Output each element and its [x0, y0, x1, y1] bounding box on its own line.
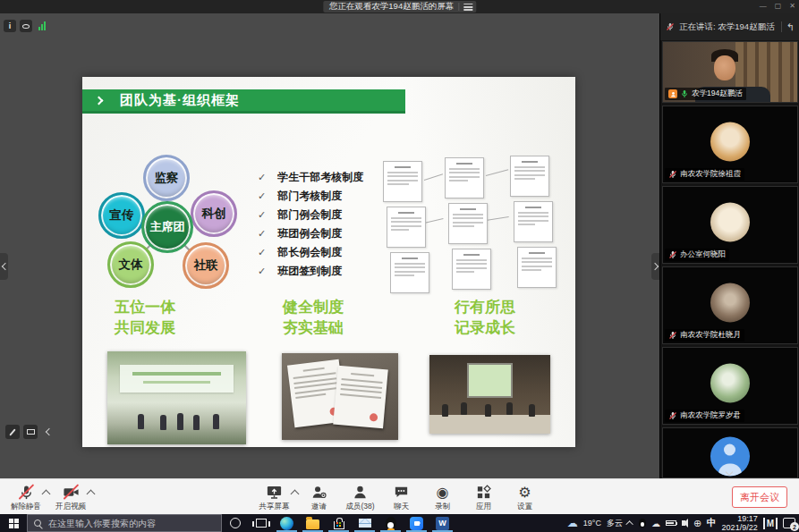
close-icon[interactable]: ✕	[789, 2, 795, 10]
search-input[interactable]	[47, 518, 215, 529]
checklist-item: ✓部长例会制度	[258, 243, 363, 262]
action-center-icon[interactable]: 2	[783, 518, 795, 528]
taskbar-clock[interactable]: 19:17 2021/9/22	[722, 514, 758, 532]
mic-muted-icon	[668, 170, 677, 179]
taskbar-app-edge[interactable]	[274, 514, 300, 532]
ime-indicator[interactable]: 中	[707, 517, 717, 529]
slide-title-banner: 团队为基·组织框架	[82, 89, 405, 114]
avatar	[710, 122, 750, 161]
participant-tile[interactable]: 南农农学院罗岁君	[662, 347, 798, 425]
avatar	[710, 283, 750, 322]
task-view-icon	[256, 519, 267, 528]
taskbar-app-qq[interactable]	[378, 514, 404, 532]
search-icon	[34, 519, 41, 527]
org-node-center: 主席团	[141, 201, 193, 253]
participant-tile[interactable]: 南农农学院杜晓月	[662, 266, 798, 344]
document-thumbnail	[383, 161, 422, 202]
info-icon[interactable]: i	[4, 20, 16, 32]
org-node-jiancha: 监察	[143, 155, 190, 201]
weather-cloud-icon[interactable]: ☁	[567, 517, 578, 529]
checklist-item: ✓部门例会制度	[258, 206, 363, 224]
record-button[interactable]: ◉ 录制	[422, 484, 463, 512]
collapse-right-handle[interactable]	[651, 253, 659, 280]
share-screen-button[interactable]: 共享屏幕	[254, 484, 295, 512]
taskbar-app-store[interactable]	[326, 514, 352, 532]
maximize-icon[interactable]: ▢	[775, 2, 782, 10]
taskbar-search[interactable]	[27, 514, 222, 532]
leave-meeting-button[interactable]: 离开会议	[732, 486, 787, 508]
viewer-banner-text: 您正在观看农学194赵鹏活的屏幕	[329, 1, 454, 13]
document-thumbnail	[514, 201, 553, 242]
meeting-app-window: 您正在观看农学194赵鹏活的屏幕 — ▢ ✕ i	[0, 0, 799, 532]
meeting-toolbar: 解除静音 开启视频 共享屏	[0, 478, 799, 514]
document-thumbnail	[452, 249, 491, 290]
viewer-banner: 您正在观看农学194赵鹏活的屏幕	[323, 1, 476, 13]
share-screen-icon	[266, 484, 283, 501]
annotation-pen-icon[interactable]	[5, 425, 20, 439]
participant-tile-video[interactable]: 农学194赵鹏活	[662, 41, 798, 103]
store-bag-icon	[334, 521, 344, 529]
task-view-button[interactable]	[248, 514, 274, 532]
cortana-button[interactable]	[222, 514, 248, 532]
participant-label: 办公室何晓阳	[665, 249, 729, 261]
participant-label: 南农农学院罗岁君	[665, 410, 744, 422]
participant-label: 南农农学院杜晓月	[665, 329, 744, 342]
document-thumbnail	[517, 247, 557, 288]
start-video-button[interactable]: 开启视频	[50, 484, 91, 512]
unmute-button[interactable]: 解除静音	[5, 484, 47, 512]
divider	[458, 3, 459, 11]
clock-time: 19:17	[722, 514, 758, 523]
camera-off-icon	[63, 484, 80, 501]
participant-tile[interactable]: 南农农学院徐祖霞	[662, 106, 798, 183]
record-icon: ◉	[437, 484, 449, 501]
folder-icon	[306, 519, 319, 529]
members-button[interactable]: 成员(38)	[340, 484, 381, 512]
window-controls: — ▢ ✕	[760, 2, 795, 10]
doc-line	[424, 218, 444, 224]
whiteboard-icon[interactable]	[23, 425, 38, 439]
checklist-item: ✓班团签到制度	[258, 262, 363, 281]
speaking-header: 正在讲话: 农学194赵鹏活 ↰	[660, 13, 799, 40]
taskbar-app-meeting[interactable]	[404, 514, 429, 532]
settings-button[interactable]: ⚙ 设置	[505, 484, 546, 512]
eye-icon[interactable]	[20, 20, 32, 32]
members-icon	[352, 484, 369, 501]
title-arrow-icon	[95, 97, 104, 106]
taskbar-app-explorer[interactable]	[300, 514, 326, 532]
tray-overflow-chevron[interactable]	[625, 520, 633, 528]
shared-screen-area: i 团队为基·组织框架	[0, 13, 659, 478]
mic-on-icon	[680, 89, 689, 98]
collapse-left-handle[interactable]	[0, 253, 8, 280]
taskbar-app-mail[interactable]	[352, 514, 378, 532]
tray-qq-icon[interactable]	[639, 519, 646, 528]
taskbar-app-word[interactable]: W	[429, 514, 455, 532]
network-icon[interactable]: ⊕	[693, 519, 701, 528]
participants-sidebar: 正在讲话: 农学194赵鹏活 ↰ 农学194赵鹏活	[659, 13, 799, 478]
battery-icon[interactable]	[666, 520, 676, 526]
slide-title: 团队为基·组织框架	[120, 92, 240, 109]
invite-button[interactable]: 邀请	[299, 484, 340, 512]
check-icon: ✓	[258, 247, 266, 258]
weather-condition[interactable]: 多云	[607, 518, 623, 529]
tray-m-icon[interactable]: M	[763, 518, 778, 529]
check-icon: ✓	[258, 209, 266, 221]
chat-button[interactable]: 聊天	[381, 484, 422, 512]
start-button[interactable]	[0, 514, 27, 532]
tray-cloud-icon[interactable]: ☁	[651, 519, 660, 528]
participant-tile[interactable]: 办公室何晓阳	[662, 186, 798, 264]
apps-button[interactable]: 应用	[463, 484, 505, 512]
invite-icon	[310, 484, 327, 501]
host-badge-icon	[668, 89, 677, 98]
volume-icon[interactable]	[682, 520, 685, 526]
menu-icon[interactable]	[463, 4, 472, 11]
checklist: ✓学生干部考核制度 ✓部门考核制度 ✓部门例会制度 ✓班团例会制度 ✓部长例会制…	[258, 168, 363, 281]
photo-documents	[282, 353, 398, 440]
popout-arrow-icon[interactable]: ↰	[786, 21, 795, 33]
photo-meeting-room	[429, 355, 550, 434]
sidebar-scroll-more[interactable]	[659, 469, 799, 475]
check-icon: ✓	[258, 228, 266, 240]
weather-temp[interactable]: 19°C	[583, 519, 601, 528]
top-strip: 您正在观看农学194赵鹏活的屏幕 — ▢ ✕	[0, 0, 799, 13]
minimize-icon[interactable]: —	[760, 2, 767, 10]
annot-collapse-icon[interactable]	[41, 425, 55, 439]
